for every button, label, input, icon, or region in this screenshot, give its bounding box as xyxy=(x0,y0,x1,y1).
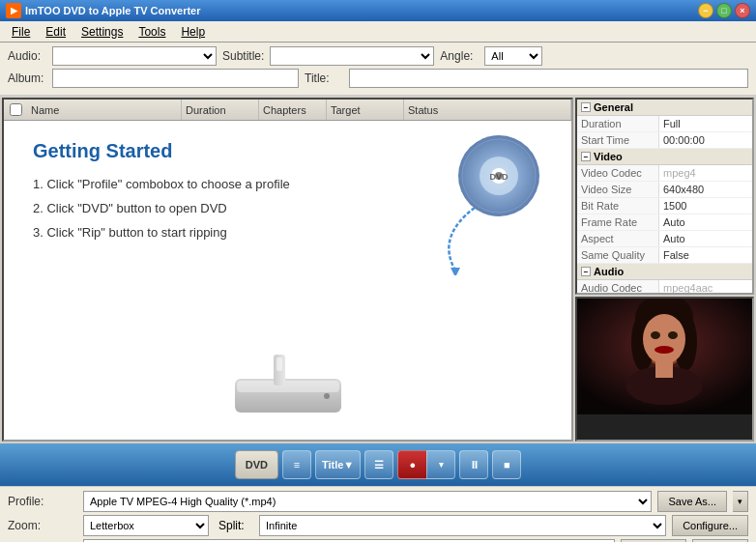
audio-collapse[interactable]: − xyxy=(581,267,591,276)
zoom-select[interactable]: Letterbox xyxy=(83,515,209,536)
save-as-button[interactable]: Save As... xyxy=(657,491,727,512)
bottom-toolbar: DVD ≡ Title▼ ☰ ● ▾ ⏸ ■ xyxy=(0,443,756,486)
prop-video-size: Video Size 640x480 xyxy=(577,182,752,198)
svg-rect-9 xyxy=(237,381,339,392)
prop-aspect: Aspect Auto xyxy=(577,231,752,247)
appletv-illustration xyxy=(211,350,365,430)
video-section-header: − Video xyxy=(577,149,752,165)
split-select[interactable]: Infinite xyxy=(259,515,666,536)
menu-settings[interactable]: Settings xyxy=(73,23,131,41)
video-collapse[interactable]: − xyxy=(581,152,591,161)
album-label: Album: xyxy=(8,71,46,85)
preview-image xyxy=(577,299,752,440)
prop-audio-codec: Audio Codec mpeg4aac xyxy=(577,280,752,295)
arrow-illustration xyxy=(426,198,484,278)
subtitle-select[interactable] xyxy=(270,46,434,66)
svg-point-20 xyxy=(651,331,660,339)
right-panel: − General Duration Full Start Time 00:00… xyxy=(575,98,754,442)
title-label: Title: xyxy=(305,71,343,85)
subtitle-label: Subtitle: xyxy=(222,49,264,63)
svg-text:DVD: DVD xyxy=(489,172,509,182)
general-collapse[interactable]: − xyxy=(581,102,591,112)
menu-file[interactable]: File xyxy=(4,23,38,41)
audio-select[interactable] xyxy=(52,46,217,66)
stop-button[interactable]: ■ xyxy=(492,450,521,479)
record-button[interactable]: ● xyxy=(397,450,426,479)
col-chapters: Chapters xyxy=(259,100,327,120)
split-label: Split: xyxy=(215,519,253,532)
pause-button[interactable]: ⏸ xyxy=(459,450,488,479)
menu-help[interactable]: Help xyxy=(173,23,213,41)
svg-point-10 xyxy=(324,393,330,399)
title-bar: ▶ ImTOO DVD to Apple TV Converter − □ × xyxy=(0,0,756,21)
close-button[interactable]: × xyxy=(735,3,750,18)
transport-bar: 00:00:00 00:00:00 00:00:00 ⏮ ⏭ ▶ ⏪ ⏩ ↺ xyxy=(577,440,752,442)
record-dropdown[interactable]: ▾ xyxy=(426,450,455,479)
svg-rect-12 xyxy=(276,357,282,371)
table-header: Name Duration Chapters Target Status xyxy=(4,100,571,121)
svg-point-22 xyxy=(654,346,674,354)
dvd-button[interactable]: DVD xyxy=(235,450,278,479)
app-title: ImTOO DVD to Apple TV Converter xyxy=(25,5,698,16)
profile-row: Profile: Apple TV MPEG-4 High Quality (*… xyxy=(8,491,748,512)
angle-label: Angle: xyxy=(440,49,479,63)
imtoo-icon: ▶ xyxy=(6,3,21,18)
select-all-checkbox[interactable] xyxy=(10,103,22,116)
svg-marker-7 xyxy=(451,268,460,275)
menu-tools[interactable]: Tools xyxy=(131,23,173,41)
zoom-split-row: Zoom: Letterbox Split: Infinite Configur… xyxy=(8,515,748,536)
menu-edit[interactable]: Edit xyxy=(38,23,73,41)
prop-video-codec: Video Codec mpeg4 xyxy=(577,165,752,182)
prop-frame-rate: Frame Rate Auto xyxy=(577,214,752,231)
list-button[interactable]: ☰ xyxy=(364,450,393,479)
menu-bar: File Edit Settings Tools Help xyxy=(0,21,756,43)
prop-same-quality: Same Quality False xyxy=(577,247,752,264)
audio-section-header: − Audio xyxy=(577,264,752,280)
title-input[interactable] xyxy=(349,69,748,88)
minimize-button[interactable]: − xyxy=(698,3,713,18)
col-status: Status xyxy=(404,100,571,120)
profile-select[interactable]: Apple TV MPEG-4 High Quality (*.mp4) xyxy=(83,491,652,512)
zoom-label: Zoom: xyxy=(8,519,77,532)
menu-button[interactable]: ≡ xyxy=(282,450,311,479)
svg-point-21 xyxy=(668,331,678,339)
prop-bit-rate: Bit Rate 1500 xyxy=(577,198,752,214)
profile-label: Profile: xyxy=(8,495,77,508)
col-duration: Duration xyxy=(182,100,259,120)
prop-duration: Duration Full xyxy=(577,116,752,132)
album-input[interactable] xyxy=(52,69,299,88)
prop-start-time: Start Time 00:00:00 xyxy=(577,132,752,149)
top-controls: Audio: Subtitle: Angle: All Album: Title… xyxy=(0,43,756,96)
general-section-header: − General xyxy=(577,100,752,116)
svg-point-19 xyxy=(643,314,685,364)
col-name: Name xyxy=(27,100,182,120)
preview-panel: 00:00:00 00:00:00 00:00:00 ⏮ ⏭ ▶ ⏪ ⏩ ↺ xyxy=(575,297,754,442)
properties-panel: − General Duration Full Start Time 00:00… xyxy=(575,98,754,295)
maximize-button[interactable]: □ xyxy=(716,3,732,18)
col-target: Target xyxy=(327,100,404,120)
configure-button[interactable]: Configure... xyxy=(672,515,748,536)
main-layout: Name Duration Chapters Target Status Get… xyxy=(0,96,756,443)
content-area: Name Duration Chapters Target Status Get… xyxy=(2,98,573,442)
angle-select[interactable]: All xyxy=(484,46,542,66)
save-as-dropdown[interactable]: ▾ xyxy=(733,491,748,512)
title-button[interactable]: Title▼ xyxy=(315,450,361,479)
audio-label: Audio: xyxy=(8,49,46,63)
bottom-controls: Profile: Apple TV MPEG-4 High Quality (*… xyxy=(0,486,756,542)
svg-rect-24 xyxy=(655,358,673,378)
getting-started-area: Getting Started 1. Click "Profile" combo… xyxy=(4,121,571,440)
